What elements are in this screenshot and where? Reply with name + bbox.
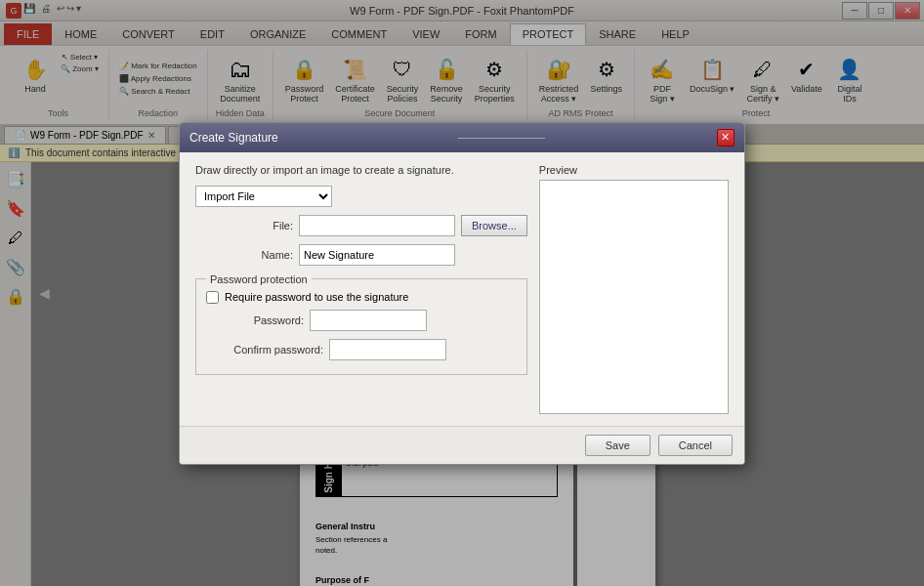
require-password-checkbox[interactable] [206,291,219,304]
create-signature-modal: Create Signature ────────────── ✕ Draw d… [179,122,745,465]
password-input[interactable] [310,310,427,331]
preview-label: Preview [539,164,729,176]
browse-button[interactable]: Browse... [461,215,527,236]
confirm-password-row: Confirm password: [206,339,517,360]
confirm-password-label: Confirm password: [206,344,323,356]
password-label: Password: [206,314,304,326]
preview-box [539,180,729,414]
modal-title-subtitle: ────────────── [458,133,545,143]
cancel-button[interactable]: Cancel [658,435,733,456]
name-row: Name: [195,244,527,266]
save-button[interactable]: Save [585,435,651,456]
name-input[interactable] [299,244,455,266]
modal-left-section: Draw directly or import an image to crea… [195,164,527,414]
modal-close-button[interactable]: ✕ [717,129,735,146]
confirm-password-input[interactable] [329,339,446,360]
password-section: Password protection Require password to … [195,273,527,375]
modal-body: Draw directly or import an image to crea… [180,152,744,426]
name-label: Name: [195,249,293,261]
method-row: Import File Draw Signature Type Signatur… [195,186,527,207]
file-input[interactable] [299,215,455,236]
file-row: File: Browse... [195,215,527,236]
modal-header: Create Signature ────────────── ✕ [180,123,744,152]
modal-subtitle: Draw directly or import an image to crea… [195,164,527,176]
require-password-row: Require password to use the signature [206,291,517,304]
password-row: Password: [206,310,517,331]
modal-footer: Save Cancel [180,426,744,464]
password-section-legend: Password protection [206,273,312,285]
require-password-label: Require password to use the signature [225,291,408,303]
method-select[interactable]: Import File Draw Signature Type Signatur… [195,186,332,207]
modal-overlay: Create Signature ────────────── ✕ Draw d… [0,0,924,586]
file-label: File: [195,220,293,231]
modal-title: Create Signature [189,131,278,145]
modal-right-section: Preview [539,164,729,414]
